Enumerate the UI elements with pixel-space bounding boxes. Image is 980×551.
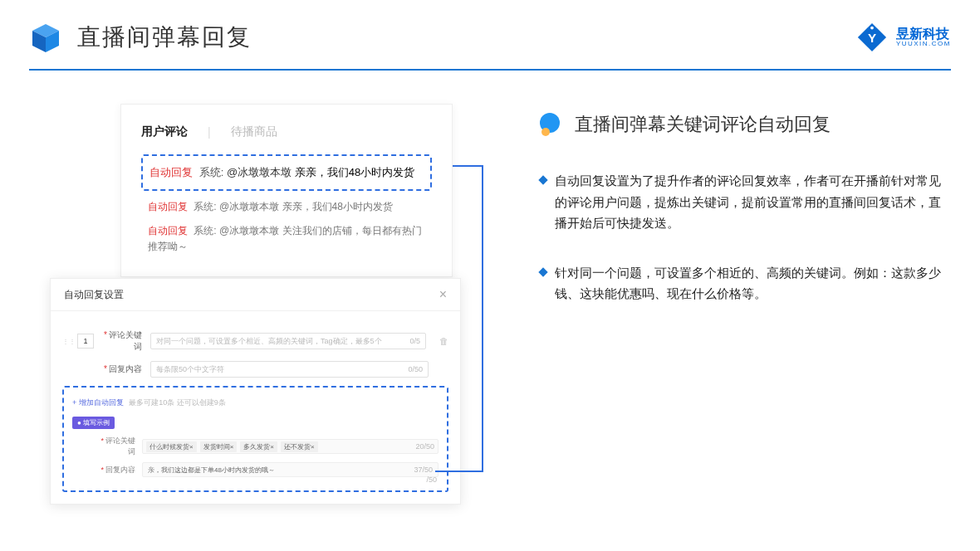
example-section: + 增加自动回复 最多可建10条 还可以创建9条 ● 填写示例 *评论关键词 什… [62, 386, 448, 492]
content-label: *回复内容 [102, 363, 142, 375]
system-tag: 系统: [199, 166, 224, 178]
close-icon[interactable]: × [439, 287, 447, 302]
tag-item[interactable]: 什么时候发货× [146, 441, 197, 452]
tag-item[interactable]: 还不发货× [281, 441, 318, 452]
example-keyword-row: *评论关键词 什么时候发货× 发货时间× 多久发货× 还不发货× 20/50 [72, 436, 439, 457]
tag-item[interactable]: 发货时间× [200, 441, 238, 452]
keyword-label: *评论关键词 [102, 329, 142, 353]
keyword-input[interactable]: 对同一个问题，可设置多个相近、高频的关键词，Tag确定，最多5个 0/5 [150, 333, 426, 349]
comment-row: 自动回复 系统: @冰墩墩本墩 亲亲，我们48小时内发货 [141, 191, 432, 215]
add-reply-note: 最多可建10条 还可以创建9条 [129, 398, 226, 407]
page-header: 直播间弹幕回复 Y 昱新科技 YUUXIN.COM [0, 0, 980, 54]
svg-point-5 [870, 27, 874, 30]
tab-separator: | [208, 125, 211, 139]
diamond-icon [538, 267, 547, 276]
settings-title: 自动回复设置 [64, 288, 124, 302]
add-reply-line: + 增加自动回复 最多可建10条 还可以创建9条 [72, 397, 439, 408]
list-item: 针对同一个问题，可设置多个相近的、高频的关键词。例如：这款多少钱、这块能优惠吗、… [540, 262, 951, 305]
page-title: 直播间弹幕回复 [77, 22, 252, 53]
connector-line [435, 471, 483, 472]
keyword-row: ⋮⋮ 1 *评论关键词 对同一个问题，可设置多个相近、高频的关键词，Tag确定，… [62, 329, 448, 353]
brand-name: 昱新科技 [896, 27, 951, 41]
svg-text:Y: Y [868, 31, 876, 45]
connector-line [453, 165, 483, 167]
feature-list: 自动回复设置为了提升作者的评论回复效率，作者可在开播前针对常见的评论用户问题，提… [540, 170, 951, 305]
highlighted-comment: 自动回复 系统: @冰墩墩本墩 亲亲，我们48小时内发货 [141, 154, 432, 191]
comment-text: 亲亲，我们48小时内发货 [295, 166, 414, 178]
description-column: 直播间弹幕关键词评论自动回复 自动回复设置为了提升作者的评论回复效率，作者可在开… [515, 104, 951, 333]
comments-panel: 用户评论 | 待播商品 自动回复 系统: @冰墩墩本墩 亲亲，我们48小时内发货… [120, 104, 453, 277]
auto-reply-tag: 自动回复 [149, 166, 193, 178]
content-row: *回复内容 每条限50个中文字符 0/50 [62, 361, 448, 378]
delete-icon[interactable]: 🗑 [439, 336, 448, 346]
screenshot-column: 用户评论 | 待播商品 自动回复 系统: @冰墩墩本墩 亲亲，我们48小时内发货… [50, 104, 482, 333]
main-content: 用户评论 | 待播商品 自动回复 系统: @冰墩墩本墩 亲亲，我们48小时内发货… [0, 71, 980, 333]
tab-user-comments[interactable]: 用户评论 [141, 124, 188, 139]
drag-handle-icon[interactable]: ⋮⋮ [62, 338, 69, 345]
comment-row: 自动回复 系统: @冰墩墩本墩 关注我们的店铺，每日都有热门推荐呦～ [141, 215, 432, 255]
example-keyword-tags[interactable]: 什么时候发货× 发货时间× 多久发货× 还不发货× 20/50 [142, 439, 439, 454]
at-user: @冰墩墩本墩 [227, 166, 292, 178]
rule-number: 1 [77, 334, 94, 349]
diamond-icon [538, 175, 547, 184]
auto-reply-settings-panel: 自动回复设置 × ⋮⋮ 1 *评论关键词 对同一个问题，可设置多个相近、高频的关… [50, 278, 461, 505]
brand-icon: Y [856, 22, 888, 53]
example-content-row: *回复内容 亲，我们这边都是下单48小时内发货的哦～ 37/50 [72, 462, 439, 477]
brand-subtitle: YUUXIN.COM [896, 41, 951, 48]
example-badge: ● 填写示例 [72, 417, 115, 429]
comments-tabs: 用户评论 | 待播商品 [141, 124, 432, 139]
section-icon [540, 113, 563, 136]
content-input[interactable]: 每条限50个中文字符 0/50 [150, 361, 429, 378]
stray-counter: /50 [426, 475, 437, 484]
section-heading: 直播间弹幕关键词评论自动回复 [540, 112, 951, 137]
add-reply-link[interactable]: + 增加自动回复 [72, 398, 124, 407]
connector-line [482, 165, 483, 472]
brand-logo: Y 昱新科技 YUUXIN.COM [856, 22, 951, 53]
tab-pending-goods[interactable]: 待播商品 [231, 124, 277, 139]
section-title: 直播间弹幕关键词评论自动回复 [575, 112, 831, 137]
settings-header: 自动回复设置 × [51, 279, 460, 311]
list-item: 自动回复设置为了提升作者的评论回复效率，作者可在开播前针对常见的评论用户问题，提… [540, 170, 951, 234]
example-content-value[interactable]: 亲，我们这边都是下单48小时内发货的哦～ 37/50 [142, 462, 439, 477]
cube-icon [29, 21, 62, 54]
tag-item[interactable]: 多久发货× [240, 441, 277, 452]
